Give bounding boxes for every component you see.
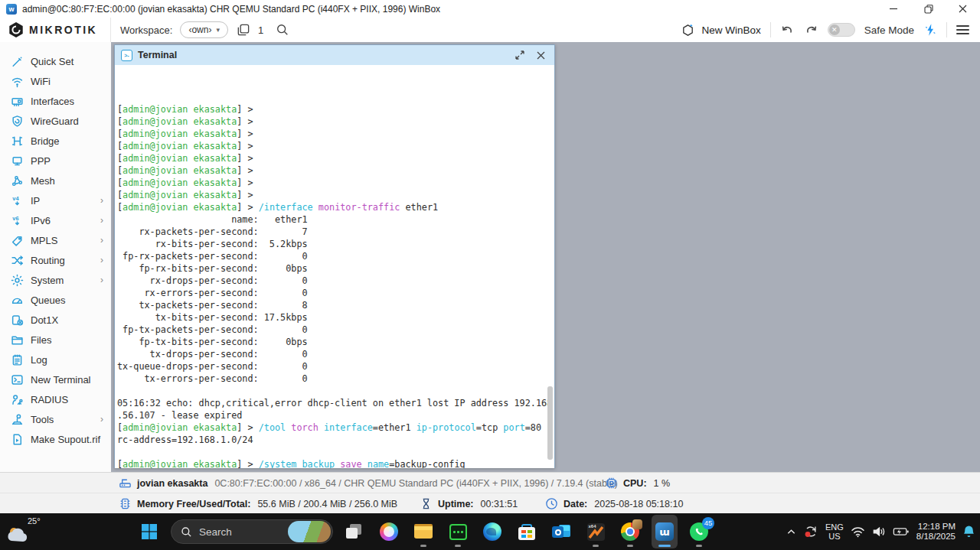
system-icon bbox=[11, 274, 24, 287]
terminal-line: fp-tx-bits-per-second: 0bps bbox=[117, 336, 554, 348]
terminal-line: tx-errors-per-second: 0 bbox=[117, 373, 554, 385]
sidebar-item-files[interactable]: Files bbox=[0, 330, 111, 350]
radius-icon bbox=[11, 393, 24, 406]
sidebar-item-system[interactable]: System› bbox=[0, 270, 111, 290]
restore-button[interactable] bbox=[911, 0, 946, 18]
taskbar-icons: Searchx64ɯ45 bbox=[136, 513, 712, 550]
svg-text:v6: v6 bbox=[12, 214, 18, 221]
battery-icon[interactable] bbox=[893, 526, 910, 537]
memory-label: Memory Free/Used/Total: bbox=[137, 499, 250, 509]
search-icon[interactable] bbox=[276, 23, 289, 37]
wifi-icon[interactable] bbox=[851, 526, 865, 538]
terminal-scrollbar[interactable] bbox=[547, 386, 553, 460]
search-placeholder: Search bbox=[199, 526, 281, 538]
terminal-line: tx-queue-drops-per-second: 0 bbox=[117, 360, 554, 373]
new-winbox-label: New WinBox bbox=[701, 24, 760, 36]
ip-icon: v4 bbox=[11, 194, 24, 207]
taskbar-search[interactable]: Search bbox=[171, 519, 333, 544]
taskbar-task-view-button[interactable] bbox=[341, 515, 368, 548]
sidebar-menu: Quick SetWiFiInterfacesWireGuardBridgePP… bbox=[0, 42, 111, 472]
windows-stack-icon[interactable] bbox=[236, 23, 250, 37]
sidebar-item-label: Dot1X bbox=[31, 314, 105, 326]
taskbar-outlook-button[interactable] bbox=[548, 515, 574, 548]
taskbar-file-explorer-button[interactable] bbox=[410, 515, 436, 548]
terminal-line: 05:16:32 echo: dhcp,critical,error dhcp-… bbox=[117, 397, 554, 409]
winbox-taskbar-icon: ɯ bbox=[655, 522, 674, 541]
taskbar-clock[interactable]: 12:18 PM 8/18/2025 bbox=[916, 522, 956, 542]
taskbar-copilot-button[interactable] bbox=[376, 515, 402, 548]
new-winbox-button[interactable]: New WinBox bbox=[681, 23, 760, 37]
mikrotik-logo-icon bbox=[8, 21, 24, 38]
language-line1: ENG bbox=[825, 522, 844, 532]
sidebar-item-mpls[interactable]: MPLS› bbox=[0, 230, 111, 250]
notification-bell-icon[interactable] bbox=[962, 525, 975, 539]
safe-mode-toggle[interactable]: ✕ bbox=[828, 23, 855, 37]
taskbar-x64-app-button[interactable]: x64 bbox=[583, 515, 609, 548]
sidebar-item-label: Interfaces bbox=[31, 96, 105, 107]
sidebar-item-wifi[interactable]: WiFi bbox=[0, 71, 111, 91]
sidebar-item-log[interactable]: Log bbox=[0, 350, 111, 369]
running-indicator bbox=[627, 545, 633, 547]
sidebar-item-wireguard[interactable]: WireGuard bbox=[0, 111, 111, 131]
sidebar-item-label: System bbox=[31, 275, 93, 286]
taskbar-winbox-button[interactable]: ɯ bbox=[652, 515, 678, 548]
terminal-line: [admin@jovian ekasakta] > /interface mon… bbox=[117, 201, 554, 213]
sidebar-item-queues[interactable]: Queues bbox=[0, 290, 111, 310]
taskbar-edge-button[interactable] bbox=[479, 515, 505, 548]
connection-bolt-icon[interactable] bbox=[923, 23, 937, 37]
terminal-icon bbox=[11, 373, 24, 386]
device-identity: jovian ekasakta bbox=[137, 478, 207, 489]
workspace-select[interactable]: ‹own› ▾ bbox=[180, 21, 228, 38]
taskbar-whatsapp-button[interactable]: 45 bbox=[686, 515, 712, 548]
sidebar-item-interfaces[interactable]: Interfaces bbox=[0, 91, 111, 111]
close-terminal-button[interactable] bbox=[533, 47, 548, 63]
undo-icon[interactable] bbox=[780, 24, 795, 37]
sidebar-item-label: Bridge bbox=[31, 135, 105, 147]
sidebar-item-new-terminal[interactable]: New Terminal bbox=[0, 369, 111, 389]
recording-indicator-icon[interactable] bbox=[803, 524, 818, 539]
sidebar-item-routing[interactable]: Routing› bbox=[0, 250, 111, 270]
date-clock-icon bbox=[545, 497, 558, 510]
volume-icon[interactable] bbox=[872, 526, 886, 538]
quickset-icon bbox=[11, 55, 24, 68]
outlook-icon bbox=[552, 523, 570, 540]
queues-icon bbox=[11, 294, 24, 307]
sidebar-item-label: IP bbox=[31, 195, 93, 207]
start-button-icon bbox=[140, 522, 158, 541]
sidebar-item-ipv6[interactable]: v6IPv6› bbox=[0, 210, 111, 230]
memory-icon bbox=[119, 497, 132, 510]
terminal-line: rc-address=192.168.1.0/24 bbox=[117, 434, 554, 446]
tools-icon bbox=[11, 413, 24, 426]
sidebar-item-ppp[interactable]: PPP bbox=[0, 151, 111, 171]
menu-button[interactable] bbox=[956, 23, 969, 37]
sidebar-item-mesh[interactable]: Mesh bbox=[0, 171, 111, 190]
router-icon bbox=[119, 477, 132, 490]
sidebar-item-radius[interactable]: RADIUS bbox=[0, 389, 111, 409]
sidebar-item-bridge[interactable]: Bridge bbox=[0, 131, 111, 151]
terminal-line: name: ether1 bbox=[117, 213, 554, 226]
taskbar-microsoft-store-button[interactable] bbox=[514, 515, 540, 548]
terminal-window-icon: >- bbox=[121, 50, 132, 61]
weather-widget[interactable]: 25° bbox=[5, 515, 51, 548]
detach-window-button[interactable] bbox=[512, 47, 528, 63]
sidebar-item-tools[interactable]: Tools› bbox=[0, 409, 111, 429]
tray-chevron-icon[interactable] bbox=[786, 527, 796, 537]
sidebar-item-label: WiFi bbox=[31, 76, 105, 87]
sidebar-item-label: RADIUS bbox=[31, 394, 105, 405]
sidebar-item-make-supout-rif[interactable]: Make Supout.rif bbox=[0, 429, 111, 449]
toolbar-divider bbox=[946, 22, 947, 37]
terminal-titlebar[interactable]: >- Terminal bbox=[115, 45, 554, 65]
redo-icon[interactable] bbox=[804, 24, 818, 37]
close-button[interactable] bbox=[946, 0, 980, 18]
language-indicator[interactable]: ENG US bbox=[825, 522, 844, 541]
taskbar-chrome-button[interactable] bbox=[617, 515, 643, 548]
minimize-button[interactable] bbox=[877, 0, 911, 18]
sidebar-item-dot1x[interactable]: Dot1X bbox=[0, 310, 111, 330]
sidebar-item-quick-set[interactable]: Quick Set bbox=[0, 51, 111, 71]
notification-count-badge: 45 bbox=[702, 517, 714, 529]
taskbar-start-button[interactable] bbox=[136, 515, 162, 548]
terminal-output[interactable]: [admin@jovian ekasakta] > [admin@jovian … bbox=[115, 65, 554, 468]
taskbar-green-app-button[interactable] bbox=[445, 515, 471, 548]
sidebar-item-ip[interactable]: v4IP› bbox=[0, 190, 111, 210]
app-toolbar: MIKROTIK Workspace: ‹own› ▾ 1 New WinBox bbox=[0, 18, 980, 42]
